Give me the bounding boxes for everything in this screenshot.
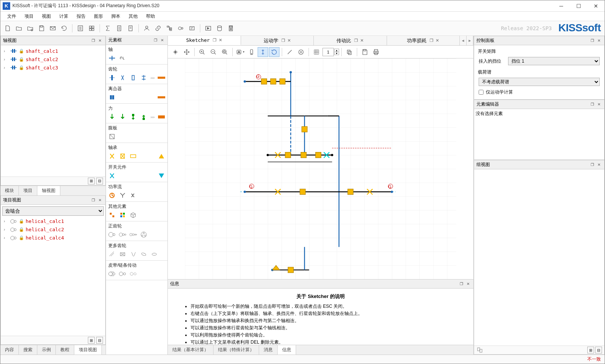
grid-toggle-icon[interactable]	[311, 47, 322, 57]
save-icon[interactable]	[37, 23, 46, 33]
panel-close-icon[interactable]: ✕	[596, 162, 602, 168]
copy-icon[interactable]	[344, 47, 355, 57]
panel-float-icon[interactable]: ❐	[589, 162, 595, 168]
tab-scroll-right-icon[interactable]: ►	[467, 36, 473, 45]
tab-kinematics[interactable]: 运动学 ❐✕	[241, 36, 314, 45]
tab-shaft-view[interactable]: 轴视图	[37, 186, 60, 195]
tab-float-icon[interactable]: ❐	[354, 38, 358, 43]
menu-project[interactable]: 项目	[21, 12, 37, 21]
run-icon[interactable]	[203, 23, 213, 33]
tab-messages[interactable]: 消息	[259, 345, 278, 355]
web-icon[interactable]	[108, 133, 116, 140]
force-down-icon[interactable]	[108, 113, 116, 121]
tab-close-icon[interactable]: ✕	[219, 38, 222, 43]
vertical-tool-icon[interactable]	[258, 47, 268, 57]
tab-ratio[interactable]: 传动比 ❐✕	[314, 36, 387, 45]
expand-icon[interactable]: ›	[4, 66, 8, 70]
belt3-icon[interactable]	[129, 270, 137, 278]
save-canvas-icon[interactable]	[359, 47, 370, 57]
expand-icon[interactable]: ›	[4, 236, 8, 240]
zoom-in-icon[interactable]	[197, 47, 207, 57]
spur1-icon[interactable]	[108, 231, 116, 238]
tab-info[interactable]: 信息	[278, 345, 296, 355]
tab-results-special[interactable]: 结果（特殊计算）	[213, 345, 259, 355]
force-orange-icon[interactable]	[158, 113, 165, 121]
doc2-icon[interactable]	[126, 23, 135, 33]
text-icon[interactable]	[187, 23, 197, 33]
close-button[interactable]: ✕	[587, 0, 605, 12]
panel-close-icon[interactable]: ✕	[159, 37, 165, 43]
more-icon[interactable]: ›››	[150, 115, 155, 119]
moregear2-icon[interactable]	[119, 250, 126, 258]
panel-close-icon[interactable]: ✕	[97, 197, 103, 203]
tab-project-view[interactable]: 项目视图	[74, 345, 102, 355]
panel-float-icon[interactable]: ❐	[458, 281, 464, 287]
bearing-tri-icon[interactable]	[158, 152, 165, 160]
moregear1-icon[interactable]	[108, 250, 116, 258]
minimize-button[interactable]: ─	[553, 0, 570, 12]
tab-float-icon[interactable]: ❐	[430, 38, 433, 43]
grid-size-input[interactable]: 1	[322, 48, 334, 56]
panel-close-icon[interactable]: ✕	[465, 281, 471, 287]
menu-calc[interactable]: 计算	[55, 12, 72, 21]
group-tool-icon[interactable]	[476, 347, 483, 353]
tab-powerloss[interactable]: 功率损耗 ❐✕	[387, 36, 460, 45]
split-icon[interactable]	[119, 192, 126, 199]
anchor-icon[interactable]	[170, 47, 181, 57]
spin-up-icon[interactable]: ▲	[334, 49, 339, 52]
expand-icon[interactable]: ›	[4, 57, 8, 61]
tree-icon[interactable]	[164, 23, 174, 33]
belt1-icon[interactable]	[108, 270, 116, 278]
shaft-tree-item[interactable]: › 🔒 shaft_calc2	[2, 55, 104, 63]
shaft-tree-item[interactable]: › 🔒 shaft_calc3	[2, 63, 104, 72]
load-spectrum-select[interactable]: 不考虑载荷谱	[479, 78, 600, 86]
force-down2-icon[interactable]	[119, 113, 126, 121]
project-tree-item[interactable]: › 🔒 helical_calc4	[2, 234, 104, 242]
menu-file[interactable]: 文件	[3, 12, 20, 21]
panel-close-icon[interactable]: ✕	[596, 38, 602, 44]
zoom-out-icon[interactable]	[208, 47, 219, 57]
email-icon[interactable]	[48, 23, 58, 33]
other2-icon[interactable]	[119, 211, 126, 219]
menu-graphic[interactable]: 图形	[90, 12, 107, 21]
rotate-tool-icon[interactable]	[269, 47, 279, 57]
sigma-icon[interactable]	[103, 23, 113, 33]
spur3-icon[interactable]	[129, 231, 137, 238]
tab-float-icon[interactable]: ❐	[213, 38, 217, 43]
expand-icon[interactable]: ›	[4, 227, 8, 232]
tab-close-icon[interactable]: ✕	[360, 38, 364, 43]
coaxial-shaft-icon[interactable]	[119, 54, 126, 62]
shaft-tree-item[interactable]: › 🔒 shaft_calc1	[2, 47, 104, 55]
moregear3-icon[interactable]	[129, 250, 137, 258]
move-icon[interactable]	[181, 47, 192, 57]
tab-module[interactable]: 模块	[0, 186, 19, 195]
gear4-icon[interactable]	[140, 74, 147, 81]
shaft-element-icon[interactable]	[108, 54, 116, 62]
gear3-icon[interactable]	[129, 74, 137, 81]
bearing1-icon[interactable]	[108, 152, 116, 160]
kinematics-only-check[interactable]: 仅运动学计算	[479, 89, 600, 95]
tab-search[interactable]: 搜索	[19, 345, 37, 355]
print-icon[interactable]	[371, 47, 381, 57]
doc-icon[interactable]	[114, 23, 124, 33]
gear2-icon[interactable]	[119, 74, 126, 81]
tab-content[interactable]: 内容	[0, 345, 19, 355]
expand-all-icon[interactable]: ⊞	[88, 178, 95, 184]
refresh-icon[interactable]	[59, 23, 69, 33]
menu-script[interactable]: 脚本	[107, 12, 124, 21]
tab-sketcher[interactable]: Sketcher ❐✕	[168, 36, 241, 45]
line-tool-icon[interactable]	[284, 47, 295, 57]
tab-float-icon[interactable]: ❐	[281, 38, 285, 43]
force-in-icon[interactable]	[129, 113, 137, 121]
power-in-icon[interactable]	[108, 192, 116, 199]
tab-project[interactable]: 项目	[19, 186, 37, 195]
panel-float-icon[interactable]: ❐	[589, 101, 595, 108]
gear-mesh-icon[interactable]	[176, 23, 186, 33]
label-a-icon[interactable]: A▾	[235, 47, 246, 57]
menu-help[interactable]: 帮助	[142, 12, 159, 21]
expand-icon[interactable]: ›	[4, 49, 8, 53]
switch-icon[interactable]	[108, 172, 116, 180]
project-tree-item[interactable]: › 🔒 helical_calc2	[2, 226, 104, 234]
gear-mesh-orange-icon[interactable]	[158, 74, 165, 81]
open-icon[interactable]	[14, 23, 24, 33]
